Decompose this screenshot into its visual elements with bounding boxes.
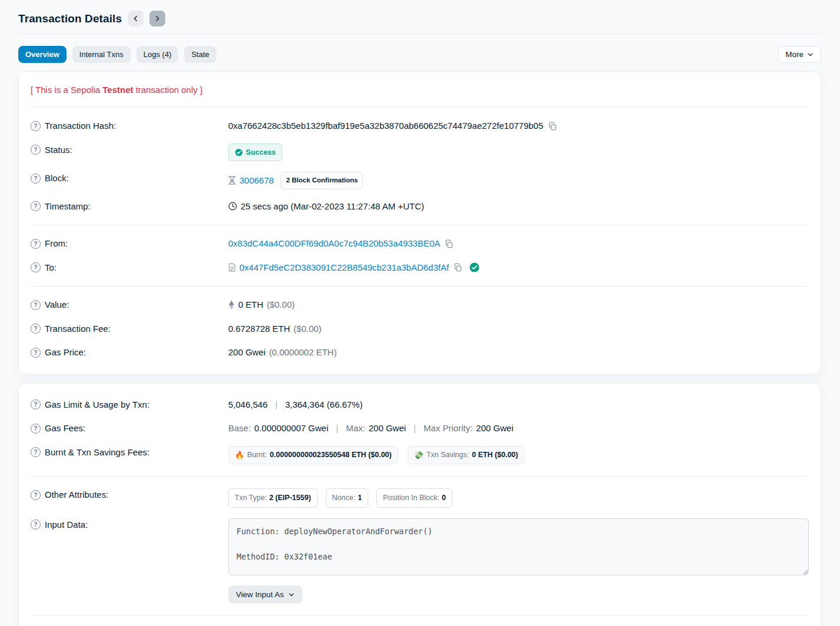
verified-check-icon xyxy=(469,262,479,272)
position-in-block-label: Position In Block: xyxy=(383,492,439,504)
copy-to-address-button[interactable] xyxy=(452,263,464,272)
fire-icon: 🔥 xyxy=(235,449,244,461)
txn-savings-label: Txn Savings: xyxy=(426,449,469,461)
more-dropdown-button[interactable]: More xyxy=(778,46,821,63)
prev-transaction-button[interactable] xyxy=(128,11,144,26)
help-icon[interactable]: ? xyxy=(31,424,41,434)
testnet-notice-prefix: [ This is a Sepolia xyxy=(31,85,102,95)
position-in-block-badge: Position In Block: 0 xyxy=(376,488,452,508)
overview-card-secondary: ? Gas Limit & Usage by Txn: 5,046,546 | … xyxy=(18,383,821,626)
value-value-group: 0 ETH ($0.00) xyxy=(228,298,809,312)
block-label-group: ? Block: xyxy=(31,172,228,185)
status-value-group: Success xyxy=(228,144,809,162)
gas-limit-value: 5,046,546 xyxy=(228,398,268,412)
value-label: Value: xyxy=(45,298,69,312)
burnt-savings-label: Burnt & Txn Savings Fees: xyxy=(45,446,149,459)
timestamp-value: 25 secs ago (Mar-02-2023 11:27:48 AM +UT… xyxy=(241,200,424,214)
divider xyxy=(31,615,809,616)
transaction-fee-label: Transaction Fee: xyxy=(45,322,111,336)
divider xyxy=(31,107,809,108)
input-data-label-group: ? Input Data: xyxy=(31,518,228,532)
help-icon[interactable]: ? xyxy=(31,239,41,249)
nonce-label: Nonce: xyxy=(332,492,356,504)
txn-type-badge: Txn Type: 2 (EIP-1559) xyxy=(228,488,318,508)
copy-icon xyxy=(445,239,454,248)
from-label-group: ? From: xyxy=(31,237,228,251)
more-dropdown-label: More xyxy=(785,50,804,59)
chevron-down-icon xyxy=(288,591,295,598)
tab-logs[interactable]: Logs (4) xyxy=(136,46,179,63)
help-icon[interactable]: ? xyxy=(31,348,41,358)
chevron-left-icon xyxy=(132,15,139,22)
status-badge: Success xyxy=(228,144,282,162)
chevron-down-icon xyxy=(807,51,814,58)
transaction-hash-value-group: 0xa7662428c3b5eb1329fbaf919e5a32b3870ab6… xyxy=(228,119,809,133)
transaction-hash-label: Transaction Hash: xyxy=(45,119,116,133)
tab-overview[interactable]: Overview xyxy=(18,46,66,63)
help-icon[interactable]: ? xyxy=(31,300,41,310)
transaction-fee-usd: ($0.00) xyxy=(294,322,322,336)
transaction-fee-amount: 0.6728728 ETH xyxy=(228,322,290,336)
gas-used-value: 3,364,364 (66.67%) xyxy=(285,398,363,412)
row-transaction-fee: ? Transaction Fee: 0.6728728 ETH ($0.00) xyxy=(31,317,809,341)
tab-internal-txns[interactable]: Internal Txns xyxy=(72,46,131,63)
other-attributes-label: Other Attributes: xyxy=(45,488,108,502)
input-data-label: Input Data: xyxy=(45,518,88,532)
transaction-fee-label-group: ? Transaction Fee: xyxy=(31,322,228,336)
transaction-hash-label-group: ? Transaction Hash: xyxy=(31,119,228,133)
input-data-textarea[interactable]: Function: deployNewOperatorAndForwarder(… xyxy=(228,518,809,575)
row-to: ? To: 0x447Fd5eC2D383091C22B8549cb231a3b… xyxy=(31,256,809,280)
value-amount: 0 ETH xyxy=(238,298,264,312)
help-icon[interactable]: ? xyxy=(31,201,41,211)
help-icon[interactable]: ? xyxy=(31,447,41,457)
contract-document-icon xyxy=(228,263,236,272)
gas-fees-base-label: Base: xyxy=(228,422,251,435)
nonce-value: 1 xyxy=(358,492,362,504)
to-value-group: 0x447Fd5eC2D383091C22B8549cb231a3bAD6d3f… xyxy=(228,261,809,275)
row-value: ? Value: 0 ETH ($0.00) xyxy=(31,293,809,317)
help-icon[interactable]: ? xyxy=(31,490,41,500)
help-icon[interactable]: ? xyxy=(31,145,41,155)
gas-limit-value-group: 5,046,546 | 3,364,364 (66.67%) xyxy=(228,398,809,412)
to-label: To: xyxy=(45,261,56,275)
block-number-link[interactable]: 3006678 xyxy=(239,174,274,188)
gas-fees-value-group: Base: 0.000000007 Gwei | Max: 200 Gwei |… xyxy=(228,422,809,435)
gas-fees-label: Gas Fees: xyxy=(45,422,85,435)
to-address-link[interactable]: 0x447Fd5eC2D383091C22B8549cb231a3bAD6d3f… xyxy=(239,261,449,275)
nonce-badge: Nonce: 1 xyxy=(326,488,369,508)
copy-icon xyxy=(454,263,462,272)
pipe-separator: | xyxy=(275,398,278,412)
help-icon[interactable]: ? xyxy=(31,262,41,272)
gas-price-value-group: 200 Gwei (0.0000002 ETH) xyxy=(228,346,809,359)
transaction-fee-value-group: 0.6728728 ETH ($0.00) xyxy=(228,322,809,336)
gas-fees-max-priority-value: 200 Gwei xyxy=(476,422,513,435)
divider xyxy=(31,225,809,225)
next-transaction-button[interactable] xyxy=(149,11,165,26)
help-icon[interactable]: ? xyxy=(31,520,41,530)
pipe-separator: | xyxy=(336,422,338,435)
burnt-savings-label-group: ? Burnt & Txn Savings Fees: xyxy=(31,446,228,459)
gas-fees-max-label: Max: xyxy=(346,422,365,435)
help-icon[interactable]: ? xyxy=(31,121,41,131)
gas-fees-max-priority-label: Max Priority: xyxy=(424,422,472,435)
view-input-as-label: View Input As xyxy=(236,590,284,599)
gas-price-label: Gas Price: xyxy=(45,346,86,359)
help-icon[interactable]: ? xyxy=(31,324,41,334)
gas-price-amount: 200 Gwei xyxy=(228,346,265,359)
chevron-right-icon xyxy=(154,15,161,22)
help-icon[interactable]: ? xyxy=(31,174,41,184)
divider xyxy=(31,286,809,287)
position-in-block-value: 0 xyxy=(442,492,446,504)
row-status: ? Status: Success xyxy=(31,138,809,167)
view-input-as-button[interactable]: View Input As xyxy=(228,585,302,604)
copy-icon xyxy=(548,122,557,131)
timestamp-label-group: ? Timestamp: xyxy=(31,200,228,214)
copy-from-address-button[interactable] xyxy=(444,239,455,248)
copy-transaction-hash-button[interactable] xyxy=(547,122,558,131)
from-address-link[interactable]: 0x83dC44a4C00DFf69d0A0c7c94B20b53a4933BE… xyxy=(228,237,440,251)
help-icon[interactable]: ? xyxy=(31,399,41,409)
status-label: Status: xyxy=(45,144,72,157)
burnt-label: Burnt: xyxy=(247,449,266,461)
timestamp-label: Timestamp: xyxy=(45,200,91,214)
tab-state[interactable]: State xyxy=(184,46,216,63)
